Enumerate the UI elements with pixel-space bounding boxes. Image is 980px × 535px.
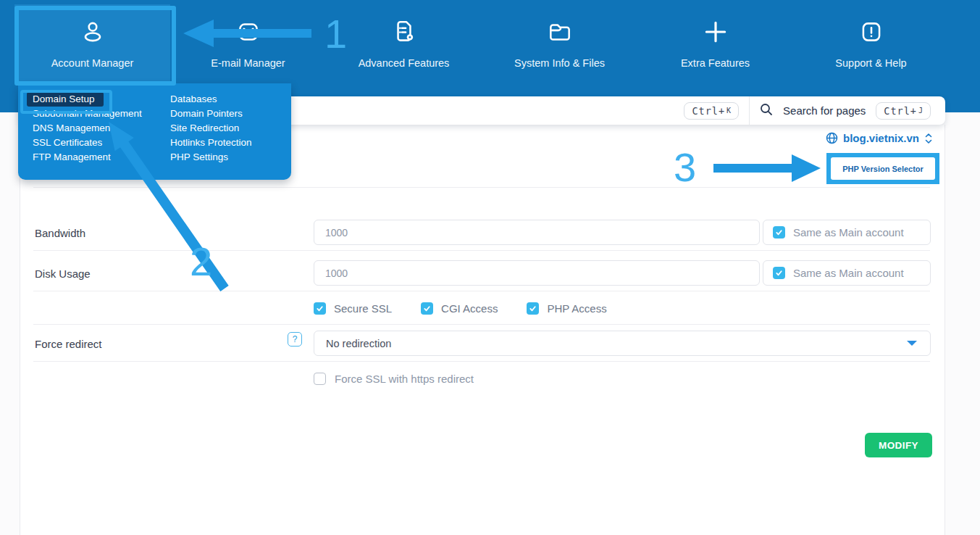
nav-label: System Info & Files	[514, 57, 605, 69]
divider	[33, 250, 930, 251]
nav-account-manager[interactable]: Account Manager	[14, 4, 170, 83]
force-ssl-label: Force SSL with https redirect	[335, 373, 474, 385]
bandwidth-input[interactable]	[314, 220, 760, 245]
menu-databases[interactable]: Databases	[170, 94, 252, 108]
bandwidth-label: Bandwidth	[35, 227, 85, 239]
menu-hotlinks-protection[interactable]: Hotlinks Protection	[170, 137, 252, 152]
globe-icon	[826, 132, 838, 144]
access-options: Secure SSL CGI Access PHP Access	[314, 302, 628, 315]
menu-subdomain-management[interactable]: Subdomain Management	[33, 108, 142, 123]
nav-label: Support & Help	[835, 57, 906, 69]
current-domain: blog.vietnix.vn	[843, 132, 919, 144]
checkbox-checked-icon[interactable]	[527, 302, 539, 315]
search-icon	[760, 103, 773, 119]
nav-advanced-features[interactable]: Advanced Features	[326, 4, 482, 83]
alert-square-icon	[858, 18, 885, 48]
cgi-access-option[interactable]: CGI Access	[421, 302, 498, 315]
disk-usage-input[interactable]	[314, 260, 760, 286]
shortcut-ctrl-j[interactable]: Ctrl+J	[876, 102, 931, 120]
force-redirect-select[interactable]: No redirection	[314, 331, 931, 356]
highlight-box-php-selector: PHP Version Selector	[826, 153, 939, 184]
nav-row: Account Manager E-mail Manager Adva	[0, 0, 980, 83]
folder-icon	[546, 18, 574, 48]
checkbox-checked-icon[interactable]	[773, 267, 785, 279]
secure-ssl-label: Secure SSL	[334, 302, 392, 315]
nav-extra-features[interactable]: Extra Features	[637, 4, 793, 83]
help-icon[interactable]: ?	[288, 332, 302, 347]
checkbox-checked-icon[interactable]	[314, 302, 326, 315]
menu-domain-setup[interactable]: Domain Setup	[33, 94, 142, 108]
dropdown-column-1: Domain Setup Subdomain Management DNS Ma…	[33, 94, 142, 166]
divider	[33, 187, 930, 188]
divider	[33, 361, 930, 362]
user-icon	[79, 18, 106, 48]
menu-php-settings[interactable]: PHP Settings	[170, 152, 252, 166]
domain-setup-content: blog.vietnix.vn PHP Version Selector Ban…	[20, 125, 945, 535]
disk-usage-same-as-main[interactable]: Same as Main account	[763, 260, 931, 286]
same-as-main-label: Same as Main account	[793, 267, 904, 279]
nav-support-help[interactable]: Support & Help	[793, 4, 949, 83]
menu-domain-pointers[interactable]: Domain Pointers	[170, 108, 252, 123]
menu-site-redirection[interactable]: Site Redirection	[170, 123, 252, 137]
force-ssl-option[interactable]: Force SSL with https redirect	[314, 373, 474, 385]
checkbox-checked-icon[interactable]	[773, 226, 785, 239]
nav-label: Advanced Features	[359, 57, 450, 69]
dropdown-column-2: Databases Domain Pointers Site Redirecti…	[170, 94, 252, 166]
nav-label: E-mail Manager	[211, 57, 285, 69]
force-redirect-label: Force redirect	[35, 338, 102, 350]
divider	[749, 96, 750, 125]
domain-selector[interactable]: blog.vietnix.vn	[826, 132, 933, 144]
checkbox-unchecked-icon[interactable]	[314, 373, 326, 385]
secure-ssl-option[interactable]: Secure SSL	[314, 302, 392, 315]
shortcut-ctrl-k[interactable]: Ctrl+K	[684, 102, 739, 120]
mail-icon	[235, 18, 262, 48]
directadmin-page: Account Manager E-mail Manager Adva	[0, 0, 980, 535]
php-access-label: PHP Access	[547, 302, 606, 315]
file-gear-icon	[390, 18, 418, 48]
php-access-option[interactable]: PHP Access	[527, 302, 606, 315]
same-as-main-label: Same as Main account	[793, 226, 904, 239]
divider	[33, 324, 930, 325]
checkbox-checked-icon[interactable]	[421, 302, 433, 315]
nav-label: Extra Features	[681, 57, 750, 69]
chevron-down-icon	[907, 341, 917, 346]
menu-dns-management[interactable]: DNS Management	[33, 123, 142, 137]
modify-button[interactable]: MODIFY	[865, 433, 932, 457]
nav-email-manager[interactable]: E-mail Manager	[170, 4, 326, 83]
nav-label: Account Manager	[51, 57, 134, 69]
menu-ftp-management[interactable]: FTP Management	[33, 152, 142, 166]
updown-icon	[924, 133, 933, 144]
menu-ssl-certificates[interactable]: SSL Certificates	[33, 137, 142, 152]
selected-option: No redirection	[326, 338, 391, 349]
plus-icon	[702, 18, 729, 48]
nav-system-info-files[interactable]: System Info & Files	[482, 4, 637, 83]
bandwidth-same-as-main[interactable]: Same as Main account	[763, 220, 931, 245]
account-manager-dropdown: Domain Setup Subdomain Management DNS Ma…	[18, 83, 291, 180]
divider	[33, 291, 930, 291]
php-version-selector-button[interactable]: PHP Version Selector	[831, 157, 935, 180]
search-input[interactable]: Search for pages	[783, 104, 866, 117]
disk-usage-label: Disk Usage	[35, 268, 91, 280]
cgi-access-label: CGI Access	[441, 302, 498, 315]
